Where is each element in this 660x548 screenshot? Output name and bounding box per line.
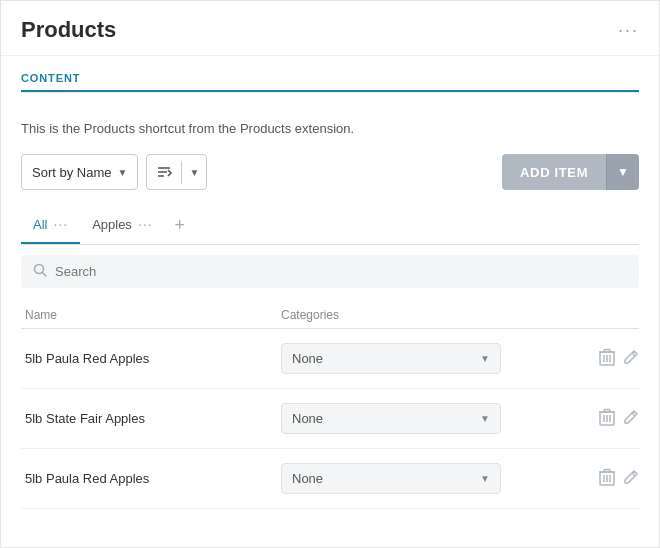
search-input[interactable]	[55, 264, 627, 279]
row-actions	[587, 408, 639, 430]
row-category: None ▼	[281, 343, 587, 374]
toolbar-left: Sort by Name ▼ ▼	[21, 154, 207, 190]
delete-icon[interactable]	[599, 348, 615, 370]
svg-line-16	[632, 413, 635, 416]
search-icon	[33, 263, 47, 280]
svg-line-10	[632, 353, 635, 356]
table-body: 5lb Paula Red Apples None ▼	[21, 329, 639, 509]
toolbar-right: ADD ITEM ▼	[502, 154, 639, 190]
search-bar	[21, 255, 639, 288]
content-label: CONTENT	[21, 56, 639, 92]
table-row: 5lb State Fair Apples None ▼	[21, 389, 639, 449]
sort-dropdown[interactable]: Sort by Name ▼	[21, 154, 138, 190]
header: Products ···	[1, 1, 659, 56]
row-category: None ▼	[281, 403, 587, 434]
category-value: None	[292, 351, 323, 366]
order-chevron-icon: ▼	[181, 161, 206, 184]
svg-line-22	[632, 473, 635, 476]
row-actions	[587, 468, 639, 490]
add-item-arrow-button[interactable]: ▼	[606, 154, 639, 190]
tab-all-label: All	[33, 217, 47, 232]
content-divider	[21, 92, 639, 93]
category-select[interactable]: None ▼	[281, 403, 501, 434]
table-header: Name Categories	[21, 302, 639, 329]
category-chevron-icon: ▼	[480, 413, 490, 424]
add-item-main-button[interactable]: ADD ITEM	[502, 154, 606, 190]
column-header-categories: Categories	[281, 308, 639, 322]
content-description: This is the Products shortcut from the P…	[21, 107, 639, 136]
tab-apples-label: Apples	[92, 217, 132, 232]
row-category: None ▼	[281, 463, 587, 494]
order-button[interactable]: ▼	[146, 154, 207, 190]
table-row: 5lb Paula Red Apples None ▼	[21, 329, 639, 389]
category-value: None	[292, 411, 323, 426]
tab-all[interactable]: All ···	[21, 206, 80, 244]
category-value: None	[292, 471, 323, 486]
sort-label: Sort by Name	[32, 165, 111, 180]
add-tab-button[interactable]: +	[165, 207, 196, 244]
category-select[interactable]: None ▼	[281, 463, 501, 494]
page-title: Products	[21, 17, 116, 43]
row-actions	[587, 348, 639, 370]
tab-apples-menu-icon[interactable]: ···	[138, 216, 153, 232]
edit-icon[interactable]	[623, 349, 639, 369]
sort-chevron-icon: ▼	[117, 167, 127, 178]
row-name: 5lb State Fair Apples	[21, 411, 281, 426]
row-name: 5lb Paula Red Apples	[21, 351, 281, 366]
category-chevron-icon: ▼	[480, 473, 490, 484]
edit-icon[interactable]	[623, 469, 639, 489]
add-item-button[interactable]: ADD ITEM ▼	[502, 154, 639, 190]
edit-icon[interactable]	[623, 409, 639, 429]
more-options-icon[interactable]: ···	[618, 20, 639, 41]
tab-apples[interactable]: Apples ···	[80, 206, 164, 244]
table-row: 5lb Paula Red Apples None ▼	[21, 449, 639, 509]
page: Products ··· CONTENT This is the Product…	[0, 0, 660, 548]
column-header-name: Name	[21, 308, 281, 322]
content-section: CONTENT This is the Products shortcut fr…	[1, 56, 659, 547]
tab-all-menu-icon[interactable]: ···	[53, 216, 68, 232]
delete-icon[interactable]	[599, 408, 615, 430]
tabs-bar: All ··· Apples ··· +	[21, 206, 639, 245]
category-chevron-icon: ▼	[480, 353, 490, 364]
row-name: 5lb Paula Red Apples	[21, 471, 281, 486]
toolbar: Sort by Name ▼ ▼	[21, 154, 639, 190]
delete-icon[interactable]	[599, 468, 615, 490]
category-select[interactable]: None ▼	[281, 343, 501, 374]
order-icon	[147, 157, 181, 187]
svg-line-4	[43, 273, 47, 277]
